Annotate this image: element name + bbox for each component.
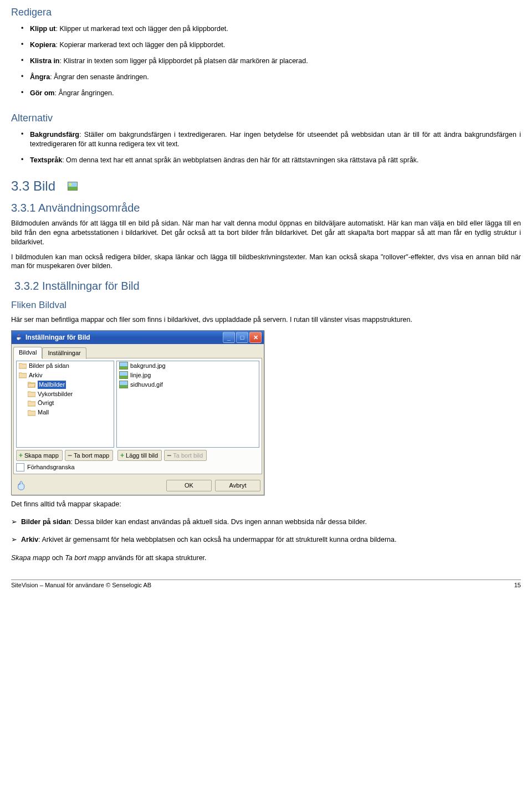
tree-label: Bilder på sidan (29, 362, 69, 370)
file-label: sidhuvud.gif (130, 381, 163, 389)
tabs-row: Bildval Inställningar (12, 344, 264, 358)
item-text: : Ställer om bakgrundsfärgen i textredig… (30, 131, 521, 148)
plus-icon: + (120, 451, 124, 460)
paragraph: Skapa mapp och Ta bort mapp används för … (11, 553, 521, 563)
dialog-title: Inställningar för Bild (25, 333, 222, 342)
item-term: Textspråk (30, 156, 62, 164)
folder-tree[interactable]: Bilder på sidan Arkiv Mallbilder Vykorts… (16, 361, 114, 448)
tab-body: Bilder på sidan Arkiv Mallbilder Vykorts… (13, 358, 262, 474)
create-folder-button[interactable]: +Skapa mapp (16, 450, 63, 461)
list-item: Gör om: Ångrar ångringen. (30, 88, 521, 104)
item-term: Bilder på sidan (21, 518, 71, 526)
image-file-icon (119, 381, 128, 388)
minus-icon: − (167, 453, 171, 458)
folder-icon (28, 391, 35, 397)
list-item: Arkiv: Arkivet är gemensamt för hela web… (21, 532, 521, 550)
paragraph: I bildmodulen kan man också redigera bil… (11, 253, 521, 271)
tree-item[interactable]: Övrigt (17, 398, 114, 408)
java-icon (15, 334, 23, 341)
redigera-list: Klipp ut: Klipper ut markerad text och l… (11, 23, 521, 103)
heading-alternativ: Alternativ (11, 111, 521, 125)
item-text: : Klistrar in texten som ligger på klipp… (60, 57, 308, 65)
dialog-footer: OK Avbryt (12, 476, 264, 495)
minimize-button[interactable]: _ (223, 332, 235, 343)
heading-usage: 3.3.1 Användningsområde (11, 201, 521, 216)
dialog-titlebar[interactable]: Inställningar för Bild _ □ ✕ (12, 331, 264, 344)
settings-dialog: Inställningar för Bild _ □ ✕ Bildval Ins… (11, 330, 264, 495)
tab-bildval[interactable]: Bildval (13, 347, 42, 358)
heading-fliken: Fliken Bildval (11, 299, 521, 312)
tree-label: Mallbilder (38, 381, 66, 389)
tree-item[interactable]: Bilder på sidan (17, 361, 114, 371)
file-label: bakgrund.jpg (130, 362, 166, 370)
file-item[interactable]: sidhuvud.gif (117, 380, 259, 389)
folder-icon (19, 372, 27, 378)
item-text: : Dessa bilder kan endast användas på ak… (71, 518, 367, 526)
list-item: Klistra in: Klistrar in texten som ligge… (30, 55, 521, 71)
item-term: Arkiv (21, 536, 38, 543)
minus-icon: − (68, 453, 72, 458)
file-item[interactable]: bakgrund.jpg (117, 361, 259, 371)
item-term: Ångra (30, 73, 50, 81)
item-term: Kopiera (30, 41, 56, 49)
item-term: Bakgrundsfärg (30, 131, 79, 139)
tree-item[interactable]: Vykortsbilder (17, 389, 114, 399)
italic-term: Ta bort mapp (65, 554, 105, 562)
text: används för att skapa strukturer. (106, 554, 207, 562)
item-term: Gör om (30, 89, 54, 97)
file-item[interactable]: linje.jpg (117, 371, 259, 380)
file-label: linje.jpg (130, 371, 151, 380)
tree-label: Arkiv (29, 371, 42, 380)
tree-label: Vykortsbilder (38, 390, 73, 398)
item-text: : Klipper ut markerad text och lägger de… (56, 25, 228, 33)
list-item: Klipp ut: Klipper ut markerad text och l… (30, 23, 521, 39)
footer-page-number: 15 (514, 581, 521, 589)
item-term: Klipp ut (30, 25, 56, 33)
folder-icon (19, 362, 27, 369)
add-image-button[interactable]: +Lägg till bild (117, 450, 162, 461)
text: och (50, 554, 65, 562)
file-list[interactable]: bakgrund.jpg linje.jpg sidhuvud.gif (116, 361, 259, 448)
list-item: Textspråk: Om denna text har ett annat s… (30, 155, 521, 171)
list-item: Bakgrundsfärg: Ställer om bakgrundsfärge… (30, 129, 521, 155)
tree-item[interactable]: Mall (17, 408, 114, 417)
delete-folder-button[interactable]: −Ta bort mapp (65, 450, 113, 461)
image-file-icon (119, 362, 128, 370)
item-text: : Ångrar ångringen. (54, 89, 114, 97)
item-text: : Arkivet är gemensamt för hela webbplat… (38, 536, 396, 543)
tab-installningar[interactable]: Inställningar (42, 347, 86, 359)
list-item: Bilder på sidan: Dessa bilder kan endast… (21, 515, 521, 532)
heading-settings: 3.3.2 Inställningar för Bild (14, 279, 521, 294)
item-text: : Om denna text har ett annat språk än w… (62, 156, 418, 164)
item-text: : Kopierar markerad text och lägger den … (56, 41, 226, 49)
checkbox-icon[interactable] (16, 463, 24, 471)
paragraph: Här ser man befintliga mappar och filer … (11, 315, 521, 325)
tree-item[interactable]: Mallbilder (17, 380, 114, 389)
italic-term: Skapa mapp (11, 554, 50, 562)
page-footer: SiteVision – Manual för användare © Sens… (11, 580, 521, 589)
folder-icon (28, 400, 35, 407)
list-item: Ångra: Ångrar den senaste ändringen. (30, 71, 521, 88)
preview-checkbox-row[interactable]: Förhandsgranska (16, 461, 259, 471)
checkbox-label: Förhandsgranska (27, 463, 75, 471)
tree-label: Mall (38, 408, 49, 417)
cancel-button[interactable]: Avbryt (215, 480, 260, 491)
delete-image-button[interactable]: −Ta bort bild (164, 450, 207, 461)
tree-item[interactable]: Arkiv (17, 371, 114, 380)
paragraph: Det finns alltid två mappar skapade: (11, 500, 521, 509)
maximize-button[interactable]: □ (236, 332, 248, 343)
tree-label: Övrigt (38, 399, 54, 407)
paragraph: Bildmodulen används för att lägga till e… (11, 219, 521, 247)
heading-redigera: Redigera (11, 6, 521, 19)
folder-icon (28, 409, 35, 416)
footer-left: SiteVision – Manual för användare © Sens… (11, 581, 151, 589)
item-text: : Ångrar den senaste ändringen. (50, 73, 149, 81)
ok-button[interactable]: OK (166, 480, 212, 491)
folder-open-icon (28, 381, 35, 388)
list-item: Kopiera: Kopierar markerad text och lägg… (30, 39, 521, 55)
item-term: Klistra in (30, 57, 60, 65)
folders-explain-list: Bilder på sidan: Dessa bilder kan endast… (11, 515, 521, 550)
help-hand-icon[interactable] (16, 479, 28, 491)
alternativ-list: Bakgrundsfärg: Ställer om bakgrundsfärge… (11, 129, 521, 171)
close-button[interactable]: ✕ (249, 332, 262, 343)
